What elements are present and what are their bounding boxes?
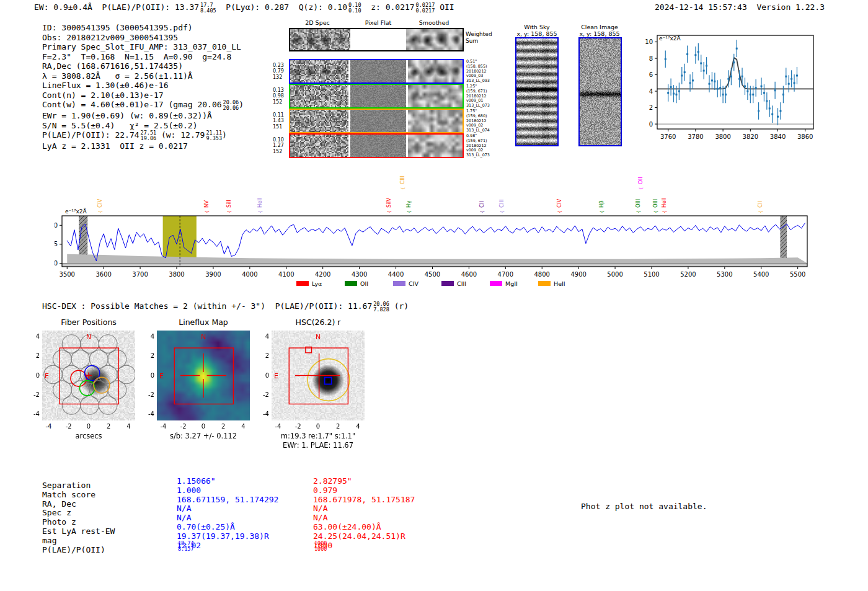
spec2d-weighted-smoothed-image <box>406 29 463 50</box>
fiber-weight-value: 1.43 <box>273 118 286 124</box>
text-segment: P(Lyα): 0.287 Q(z): 0.10 <box>216 2 347 12</box>
x-tick-label: 5300 <box>717 271 732 278</box>
x-tick-label: 4200 <box>315 271 330 278</box>
x-tick-label: 4000 <box>242 271 257 278</box>
fiber-weight-value: 0.11 <box>273 112 286 118</box>
cutout-x-tick: 4 <box>237 423 250 430</box>
fiber-weight-value: 0.98 <box>273 93 286 99</box>
cutout-x-tick: 2 <box>332 423 344 430</box>
fiber-detail-line: 313_LL_093 <box>466 79 510 84</box>
x-tick-label: 3700 <box>132 271 148 278</box>
x-tick-label: 3800 <box>169 271 184 278</box>
match-table-row: Separation1.15066"2.82795" <box>42 476 476 486</box>
emission-line-label: Hβ <box>598 200 604 208</box>
spec2d-weighted-flat-empty <box>352 29 405 50</box>
spec2d-fiber-row-1 <box>289 59 464 84</box>
stacked-fraction: 10001000 <box>314 541 327 552</box>
text-segment: P(LAE)/P(OII): 22.74 <box>42 130 140 140</box>
hsc-cutout-title: HSC(26.2) r <box>296 318 341 327</box>
fraction-lower: 7.828 <box>373 307 389 313</box>
info-line: Cont(w) = 4.60(±0.01)e-17 (gmag 20.0620.… <box>42 100 244 111</box>
cutout-y-tick: -4 <box>255 411 269 417</box>
cutout-y-tick: 2 <box>26 352 40 359</box>
x-tick-label: 3800 <box>715 133 730 140</box>
text-segment: ID: 3000541395 (3000541395.pdf) <box>42 23 193 32</box>
fiber-row-weights: 0.111.43151 <box>273 112 286 130</box>
cutout-y-tick: 0 <box>26 372 40 379</box>
emission-line-brace: { <box>653 211 658 213</box>
emission-line-label: CIV <box>556 199 562 208</box>
fraction-lower: 8.405 <box>200 8 216 14</box>
info-line: Primary Spec_Slot_IFU_AMP: 313_037_010_L… <box>42 42 244 52</box>
x-tick-label: 4400 <box>388 271 404 278</box>
emission-line-brace: { <box>258 211 263 213</box>
cutout-y-tick: -2 <box>26 391 40 398</box>
cutout-x-tick: -4 <box>157 423 169 430</box>
emission-line-brace: { <box>758 211 763 213</box>
fiber-xaxis-label: arcsecs <box>75 432 102 440</box>
smoothed-image <box>408 135 463 157</box>
stacked-fraction: 20.067.828 <box>373 301 389 313</box>
text-segment: 0.979 <box>313 486 337 495</box>
clean-image-coords: x, y: 158, 855 <box>579 30 619 37</box>
hsc-caption-1: m:19.3 re:1.7" s:1.1" <box>281 432 355 440</box>
cutout-y-tick: -2 <box>255 391 269 398</box>
fraction-lower: 9.353 <box>206 136 222 141</box>
match-table-row: RA, Dec168.671159, 51.174292168.671978, … <box>42 495 476 504</box>
flux-units-label: e⁻¹⁷x2Å <box>659 35 681 42</box>
spec2d-image <box>290 135 348 157</box>
with-sky-image <box>515 37 559 146</box>
emission-line-label: OII <box>637 177 644 184</box>
weighted-sum-label-line: Weighted <box>466 31 492 38</box>
text-segment: z: 0.0217 <box>361 2 415 12</box>
fiber-row-details: 1.25"(159, 671)20180212v009_01313_LL_073 <box>466 84 510 109</box>
emission-line-brace: { <box>662 211 667 213</box>
pixel-flat-image <box>350 85 406 107</box>
fiber-weight-value: 151 <box>273 124 286 130</box>
header-stats-line: EW: 0.9±0.4Å P(LAE)/P(OII): 13.3717.78.4… <box>34 2 454 14</box>
info-line: Obs: 20180212v009_3000541395 <box>42 33 244 43</box>
version-label: Version 1.22.3 <box>756 2 825 12</box>
with-sky-coords: x, y: 158, 855 <box>516 30 557 37</box>
fiber-weight-value: 152 <box>273 99 286 105</box>
text-segment: RA,Dec (168.671616,51.174435) <box>42 61 183 71</box>
stacked-fraction: 18.748.157 <box>178 541 194 552</box>
y-tick-label: 0 <box>55 260 58 267</box>
text-segment: Cont(w) = 4.60(±0.01)e-17 (gmag 20.06 <box>42 100 222 109</box>
cutout-x-tick: 2 <box>102 423 115 430</box>
fraction-lower: 19.06 <box>141 136 157 141</box>
emission-line-brace: { <box>600 211 604 213</box>
fiber-weight-value: 0.13 <box>273 87 286 94</box>
hsc-dex-summary-line: HSC-DEX : Possible Matches = 2 (within +… <box>42 301 409 313</box>
text-segment: 168.671978, 51.175187 <box>313 495 415 505</box>
fraction-lower: 1000 <box>314 546 327 552</box>
text-segment: EWr = 1.90(±0.69) (w: 0.89(±0.32))Å <box>42 111 212 120</box>
emission-line-brace: { <box>639 187 644 190</box>
x-tick-label: 3900 <box>205 271 221 278</box>
full-spectrum-plot: 3500360037003800390040004100420043004400… <box>55 167 823 291</box>
text-segment: 63.00(±24.00)Å <box>313 522 381 532</box>
match-table-row: mag19.37(19.37,19.38)R24.25(24.04,24.51)… <box>42 531 476 541</box>
emission-line-brace: { <box>500 211 505 213</box>
spec2d-image <box>290 85 348 107</box>
cutout-x-tick: -4 <box>42 423 55 430</box>
x-tick-label: 5000 <box>607 271 622 278</box>
emission-line-label: OIII <box>635 199 641 208</box>
emission-line-label: HeII <box>661 197 667 208</box>
text-segment: LineFlux = 1.30(±0.46)e-16 <box>42 81 169 90</box>
y-tick-label: 5 <box>55 241 58 247</box>
fiber-positions-image <box>42 331 135 420</box>
text-segment: Obs: 20180212v009_3000541395 <box>42 33 178 42</box>
x-tick-label: 3780 <box>688 133 703 140</box>
line-fit-zoom-plot: 3760378038003820384038600246810e⁻¹⁷x2Å <box>639 28 825 149</box>
info-line: S/N = 5.5(±0.4) χ² = 2.5(±0.2) <box>42 121 244 131</box>
weighted-sum-label-line: Sum <box>466 38 492 45</box>
emission-line-brace: { <box>407 211 412 213</box>
spacer <box>747 2 757 12</box>
spec2d-weighted-image <box>290 29 350 50</box>
cutout-y-tick: -4 <box>26 411 40 417</box>
legend-label: MgII <box>505 280 518 287</box>
x-tick-label: 3840 <box>770 133 786 140</box>
fiber-row-details: 0.98"(159, 671)20180212v009_02313_LL_073 <box>466 134 510 158</box>
match-table-row: Match score1.0000.979 <box>42 486 476 495</box>
